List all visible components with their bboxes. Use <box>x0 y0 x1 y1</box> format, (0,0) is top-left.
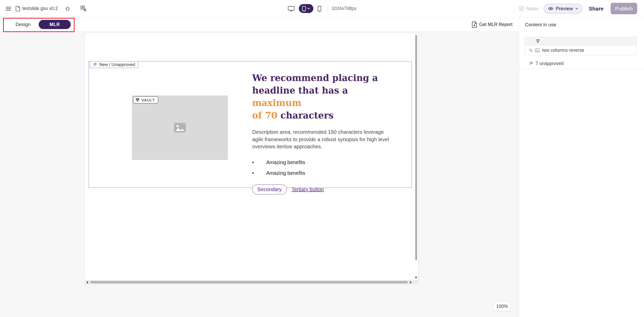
share-button[interactable]: Share <box>589 6 604 12</box>
secondary-button[interactable]: Secondary <box>252 184 287 194</box>
flag-icon <box>529 61 533 65</box>
document-icon <box>16 6 20 11</box>
flag-icon <box>93 63 97 67</box>
unapproved-label: 7 unapproved <box>536 61 564 66</box>
get-mlr-report-label: Get MLR Report <box>479 22 512 27</box>
description-line: overviews itertive approaches. <box>252 143 397 150</box>
bullet-item: • Amazing benefits <box>252 160 397 165</box>
hamburger-menu-icon[interactable] <box>5 6 11 11</box>
bullet-label: Amazing benefits <box>266 170 305 176</box>
chevron-down-icon <box>575 8 578 9</box>
tertiary-button[interactable]: Tertiary button <box>292 187 324 192</box>
slide-button-row: Secondary Tertiary button <box>252 184 397 194</box>
preview-button[interactable]: Preview <box>544 4 582 14</box>
scroll-down-arrow-icon[interactable] <box>415 277 417 279</box>
app-root: testslide gsu v0.2 <box>0 0 644 317</box>
translate-icon[interactable] <box>80 5 87 12</box>
tablet-device-icon <box>302 6 306 11</box>
panel-heading: Content in use <box>525 22 556 28</box>
slide-text-column: We recommend placing a headline that has… <box>252 72 397 194</box>
preview-label: Preview <box>556 6 573 11</box>
slide-frame[interactable]: New / Unapproved VAULT We recommend plac… <box>89 61 412 188</box>
chevron-down-icon <box>307 8 310 9</box>
scroll-right-arrow-icon[interactable] <box>410 281 412 284</box>
topbar: testslide gsu v0.2 <box>0 0 644 17</box>
slide-headline[interactable]: We recommend placing a headline that has… <box>252 72 397 122</box>
device-dimensions-label: 1024x768px <box>332 6 356 11</box>
subtoolbar: Design MLR Get MLR Report <box>0 17 519 32</box>
notes-button[interactable]: Notes <box>519 6 539 11</box>
vault-logo-icon <box>136 98 139 102</box>
image-placeholder[interactable]: VAULT <box>132 96 228 160</box>
status-badge[interactable]: New / Unapproved <box>90 61 138 68</box>
vault-tag-label: VAULT <box>141 98 155 102</box>
canvas-area: New / Unapproved VAULT We recommend plac… <box>0 32 519 317</box>
image-icon <box>174 122 186 133</box>
mobile-device-icon[interactable] <box>317 6 321 12</box>
notes-icon <box>519 6 524 11</box>
tab-mlr[interactable]: MLR <box>39 20 71 29</box>
module-row[interactable]: two columns reverse <box>525 45 636 55</box>
get-mlr-report-button[interactable]: Get MLR Report <box>472 17 512 32</box>
favorite-star-icon[interactable] <box>65 6 70 11</box>
description-line: Description area, recommended 150 charac… <box>252 128 397 136</box>
tablet-device-button[interactable] <box>299 4 313 13</box>
slide-bullet-list[interactable]: • Amazing benefits • Amazing benefits <box>252 160 397 176</box>
vertical-scrollbar-thumb[interactable] <box>415 35 417 260</box>
headline-line: headline that has a maximum <box>252 84 397 109</box>
notes-label: Notes <box>526 6 539 11</box>
scroll-left-arrow-icon[interactable] <box>86 281 88 284</box>
zoom-level-chip[interactable]: 100% <box>493 301 511 311</box>
content-in-use-panel: Content in use ∇ two columns reverse 7 u… <box>519 17 644 317</box>
content-module-card: ∇ two columns reverse <box>525 37 636 55</box>
horizontal-scrollbar-thumb[interactable] <box>90 281 408 283</box>
divider <box>327 5 327 12</box>
horizontal-scrollbar[interactable] <box>85 280 418 284</box>
page-title: testslide gsu v0.2 <box>22 6 58 11</box>
eye-icon <box>548 7 553 10</box>
status-badge-label: New / Unapproved <box>99 62 135 67</box>
slide-description[interactable]: Description area, recommended 150 charac… <box>252 128 397 150</box>
module-name-label: two columns reverse <box>542 48 584 53</box>
topbar-left-group: testslide gsu v0.2 <box>5 0 87 17</box>
vault-tag[interactable]: VAULT <box>133 96 158 103</box>
device-switcher: 1024x768px <box>288 0 356 17</box>
topbar-right-group: Notes Preview Share Publish <box>519 0 637 17</box>
tab-design[interactable]: Design <box>16 17 31 32</box>
swap-vertical-icon <box>529 48 533 52</box>
unapproved-row[interactable]: 7 unapproved <box>519 58 644 69</box>
report-icon <box>472 21 477 28</box>
bullet-item: • Amazing benefits <box>252 170 397 176</box>
image-thumbnail-icon <box>535 48 540 52</box>
bullet-glyph: • <box>252 170 266 176</box>
artboard[interactable]: New / Unapproved VAULT We recommend plac… <box>85 33 418 284</box>
headline-line: We recommend placing a <box>252 72 397 84</box>
description-line: agile frameworks to provide a robust syn… <box>252 136 397 143</box>
bullet-label: Amazing benefits <box>266 160 305 165</box>
vault-nabla-symbol: ∇ <box>536 38 539 44</box>
module-header-row[interactable]: ∇ <box>525 37 636 45</box>
desktop-device-icon[interactable] <box>288 6 295 12</box>
publish-button[interactable]: Publish <box>611 3 637 14</box>
headline-line: of 70 characters <box>252 109 397 122</box>
bullet-glyph: • <box>252 160 266 165</box>
